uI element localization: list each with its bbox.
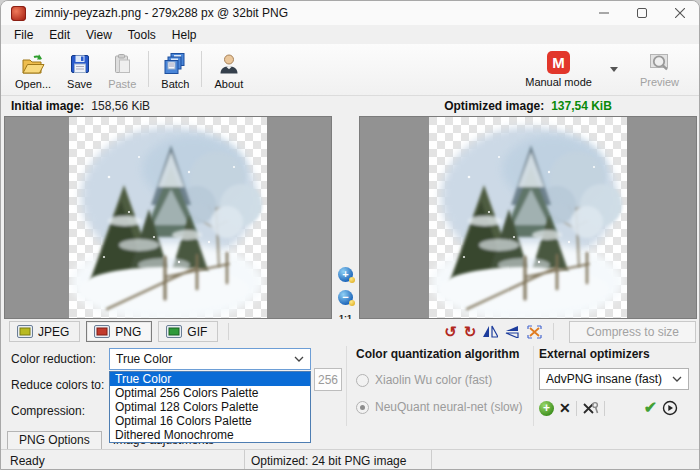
format-row-separator — [228, 323, 229, 340]
dropdown-option-256-palette[interactable]: Optimal 256 Colors Palette — [110, 386, 310, 400]
tab-gif-label: GIF — [187, 325, 207, 339]
tab-jpeg-label: JPEG — [38, 325, 69, 339]
color-reduction-label: Color reduction: — [11, 352, 96, 366]
apply-optimizer-icon[interactable]: ✔ — [644, 400, 657, 416]
dropdown-option-16-palette[interactable]: Optimal 16 Colors Palette — [110, 414, 310, 428]
window-controls — [585, 1, 699, 25]
quantization-group-title: Color quantization algorithm — [356, 347, 519, 361]
menu-file[interactable]: File — [6, 26, 41, 44]
paste-icon — [110, 52, 134, 76]
paste-button: Paste — [100, 46, 144, 92]
save-floppy-icon — [68, 52, 92, 76]
save-button[interactable]: Save — [59, 46, 100, 92]
close-button[interactable] — [661, 1, 699, 25]
app-window: zimniy-peyzazh.png - 279x288 px @ 32bit … — [0, 0, 700, 470]
section-divider — [346, 346, 347, 426]
jpeg-file-icon — [17, 325, 33, 338]
minimize-icon — [599, 8, 609, 18]
winter-landscape-optimized — [429, 117, 627, 318]
flip-horizontal-icon[interactable] — [483, 325, 498, 338]
format-tab-row: JPEG PNG GIF ↺ ↻ — [1, 319, 699, 344]
mode-dropdown-caret-icon[interactable] — [610, 67, 618, 72]
tab-png[interactable]: PNG — [86, 321, 152, 342]
section-divider — [533, 346, 534, 426]
icon-separator — [576, 401, 577, 416]
about-person-icon — [217, 52, 241, 76]
external-optimizer-actions: + ✕ ✔ — [539, 400, 695, 416]
remove-optimizer-icon[interactable]: ✕ — [559, 401, 571, 415]
flip-vertical-icon[interactable] — [505, 325, 520, 338]
status-spacer — [431, 450, 699, 470]
optimized-image-panel[interactable] — [359, 116, 697, 319]
chevron-down-icon — [672, 376, 682, 382]
optimized-image-size: 137,54 KiB — [551, 99, 612, 113]
icon-separator — [604, 401, 605, 416]
dropdown-option-128-palette[interactable]: Optimal 128 Colors Palette — [110, 400, 310, 414]
run-optimizer-icon[interactable] — [662, 400, 678, 416]
winter-landscape-initial — [69, 117, 267, 318]
transform-tools: ↺ ↻ Compress to size — [444, 321, 699, 343]
main-toolbar: Open... Save Paste — [1, 44, 699, 96]
zoom-in-icon[interactable]: + — [338, 267, 353, 282]
gif-file-icon — [166, 325, 182, 338]
tab-jpeg[interactable]: JPEG — [9, 321, 80, 342]
radio-icon-checked — [356, 401, 369, 414]
resize-icon[interactable] — [527, 325, 542, 339]
toolbar-separator — [201, 51, 202, 87]
menu-view[interactable]: View — [78, 26, 120, 44]
add-optimizer-icon[interactable]: + — [539, 401, 554, 416]
zoom-out-icon[interactable]: − — [338, 290, 353, 305]
save-label: Save — [67, 79, 92, 90]
reduce-colors-input[interactable]: 256 — [314, 368, 342, 391]
radio-neuquant-label: NeuQuant neural-net (slow) — [375, 400, 522, 414]
manual-mode-button[interactable]: M Manual mode — [517, 49, 600, 90]
app-icon — [11, 6, 26, 21]
optimized-image-canvas — [429, 117, 627, 318]
initial-image-size: 158,56 KiB — [91, 99, 150, 113]
open-button[interactable]: Open... — [7, 46, 59, 92]
tab-png-label: PNG — [115, 325, 141, 339]
manual-mode-label: Manual mode — [525, 77, 592, 88]
menu-bar: File Edit View Tools Help — [1, 25, 699, 44]
radio-neuquant[interactable]: NeuQuant neural-net (slow) — [356, 400, 522, 414]
toolbar-right: M Manual mode Preview — [517, 46, 693, 92]
rotate-right-icon[interactable]: ↻ — [464, 324, 477, 339]
image-compare-area: + − 1:1 — [1, 116, 699, 319]
status-bar: Ready Optimized: 24 bit PNG image — [1, 449, 699, 470]
dropdown-option-true-color[interactable]: True Color — [110, 372, 310, 386]
status-ready: Ready — [1, 450, 244, 470]
external-optimizer-select[interactable]: AdvPNG insane (fast) — [539, 368, 689, 390]
initial-image-panel[interactable] — [4, 116, 332, 319]
batch-button[interactable]: Batch — [153, 46, 197, 92]
optimized-size-group: Optimized image: 137,54 KiB — [359, 99, 697, 113]
window-title: zimniy-peyzazh.png - 279x288 px @ 32bit … — [35, 6, 288, 20]
open-label: Open... — [15, 79, 51, 90]
tab-gif[interactable]: GIF — [158, 321, 218, 342]
manual-mode-icon: M — [547, 51, 570, 74]
menu-help[interactable]: Help — [164, 26, 205, 44]
batch-icon — [162, 52, 188, 76]
minimize-button[interactable] — [585, 1, 623, 25]
dropdown-option-dithered-monochrome[interactable]: Dithered Monochrome — [110, 428, 310, 442]
tab-png-options[interactable]: PNG Options — [7, 431, 102, 449]
optimized-image-label: Optimized image: — [444, 99, 544, 113]
maximize-icon — [637, 8, 647, 18]
preview-magnifier-icon — [647, 50, 672, 74]
color-reduction-value: True Color — [116, 352, 172, 366]
toolbar-separator — [148, 51, 149, 87]
configure-optimizers-icon[interactable] — [582, 401, 599, 416]
maximize-button[interactable] — [623, 1, 661, 25]
menu-edit[interactable]: Edit — [41, 26, 78, 44]
png-file-icon — [94, 325, 110, 338]
paste-label: Paste — [108, 79, 136, 90]
size-labels-row: Initial image: 158,56 KiB Optimized imag… — [1, 97, 699, 116]
initial-size-group: Initial image: 158,56 KiB — [11, 99, 150, 113]
rotate-left-icon[interactable]: ↺ — [444, 324, 457, 339]
status-optimized-info: Optimized: 24 bit PNG image — [244, 450, 431, 470]
menu-tools[interactable]: Tools — [120, 26, 164, 44]
radio-xiaolin-wu-label: Xiaolin Wu color (fast) — [375, 373, 492, 387]
radio-xiaolin-wu[interactable]: Xiaolin Wu color (fast) — [356, 373, 492, 387]
about-button[interactable]: About — [206, 46, 251, 92]
preview-button: Preview — [632, 48, 687, 90]
color-reduction-select[interactable]: True Color — [109, 348, 311, 370]
